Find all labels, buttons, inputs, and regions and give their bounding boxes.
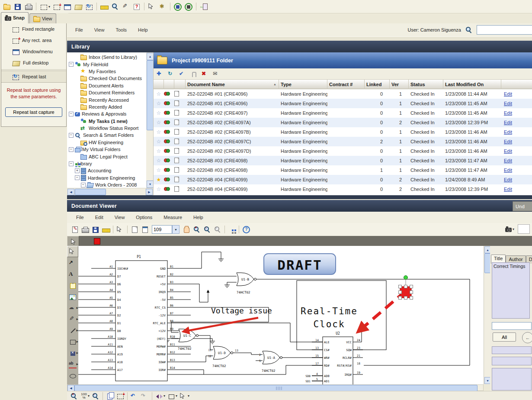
zoom-area-button[interactable]: + [192,224,202,235]
table-row[interactable]: ☆252-02204B #03 (CRE4098)Hardware Engine… [154,165,532,175]
capture-mode-window-menu[interactable]: Window/menu [1,46,66,57]
capture-mode-fixed-rect[interactable]: Fixed rectangle [1,23,66,35]
table-row[interactable]: ☆252-02204B #02 (CRE4097C)Hardware Engin… [154,137,532,146]
tree-item[interactable]: −Library [67,160,153,167]
favorite-star-icon[interactable]: ☆ [154,139,164,145]
viewer-canvas[interactable]: P1 A1IOCHK#A2D7A3D6A4D5A5D4A6D3A7D2A8D1A… [78,246,484,384]
tree-item[interactable]: −My FileHold [67,61,153,68]
favorite-star-icon[interactable]: ☆ [154,167,164,173]
tab-snap[interactable]: Snap [1,12,29,23]
page-setup-button[interactable] [140,224,150,235]
document-name[interactable]: 252-02204B #03 (CRE4098) [186,158,279,163]
col-linked[interactable]: Linked [365,80,390,89]
tree-item[interactable]: Recently Accessed [67,96,153,103]
tab-view[interactable]: View [29,13,56,23]
dropdown-caret-icon[interactable]: ▾ [88,394,90,398]
dropdown-caret-icon[interactable]: ▾ [48,5,50,9]
tree-vscrollbar[interactable]: ▲ ▼ [146,52,153,188]
marquee-button[interactable] [115,391,125,400]
rotate-handle[interactable] [404,276,408,280]
zoomin-button[interactable]: + [69,391,79,400]
metadata-box[interactable] [492,368,532,390]
copy-button[interactable] [105,391,115,400]
tool-pencil-button[interactable]: ▶ [67,313,78,325]
tree-item[interactable]: My Favorites [67,68,153,75]
menu-dv-view[interactable]: View [109,213,131,221]
annotation-list[interactable]: Correct Timings [492,262,530,319]
expander-icon[interactable]: − [69,133,74,138]
favorite-star-icon[interactable]: ☆ [154,158,164,164]
expander-icon[interactable]: − [81,183,86,187]
capture-mode-full-desktop[interactable]: Full desktop [1,57,66,68]
annotation-filter-input[interactable] [492,322,532,330]
dropdown-caret-icon[interactable]: ▾ [176,394,177,398]
tree-hscroll-thumb[interactable] [75,189,106,195]
tree-item[interactable]: −Work Orders - 2008 [67,181,153,188]
undo-button[interactable]: ↶ [129,391,140,400]
tree-item[interactable]: Recently Added [67,103,153,110]
tool-text-button[interactable]: A [67,268,78,280]
cursor-button[interactable] [115,224,125,235]
favorite-star-icon[interactable]: ☆ [154,100,164,106]
favorite-star-icon[interactable]: ☆ [154,110,164,116]
edit-link[interactable]: Edit [501,148,532,154]
zoom-percent-label[interactable]: 100 % [79,393,89,400]
disk-lock-button[interactable] [183,1,194,12]
tree-item[interactable]: HW Engineering [67,139,153,146]
cursor-button[interactable] [178,391,189,400]
expander-icon[interactable]: + [75,168,80,173]
col-document-name[interactable]: Document Name▲ [186,80,279,89]
exit-button[interactable] [199,1,209,12]
document-name[interactable]: 252-02204B #04 (CRE4099) [186,187,279,192]
tool-image-button[interactable] [67,291,78,302]
menu-dv-measure[interactable]: Measure [158,213,188,221]
document-name[interactable]: 252-02204B #04 (CRE4099) [186,177,279,182]
edit-link[interactable]: Edit [501,101,532,106]
tool-line-button[interactable]: ▶ [67,325,78,336]
cursor-capture-button[interactable] [147,1,157,12]
tree-item[interactable]: −Reviews & Approvals [67,110,153,117]
table-row[interactable]: ☆252-02204B #01 (CRE4096)Hardware Engine… [154,99,532,108]
table-row[interactable]: ☆252-02204B #01 (CRE4096)Hardware Engine… [154,89,532,99]
open-button[interactable] [2,1,12,12]
edit-link[interactable]: Edit [501,187,532,192]
voltage-issue-annotation[interactable]: Voltage issue [211,306,272,315]
combo-dropdown-icon[interactable]: ▼ [172,225,179,234]
tree-item[interactable]: −Hardware Engineering [67,174,153,181]
col-ver[interactable]: Ver [390,80,409,89]
scroll-down-icon[interactable]: ▼ [147,181,154,188]
ruler-button[interactable] [99,1,109,12]
document-name[interactable]: 252-02204B #01 (CRE4096) [186,101,279,106]
table-row[interactable]: ★252-02204B #04 (CRE4099)Hardware Engine… [154,175,532,184]
zoom-level-input[interactable] [152,225,172,234]
tool-stamp-button[interactable]: ▶ [67,347,78,358]
menu-dv-options[interactable]: Options [130,213,158,221]
col-last-modified[interactable]: Last Modified On [443,80,501,89]
any-rect-button[interactable] [51,1,62,12]
delete-button[interactable]: ✖ [200,69,211,79]
tool-chart-button[interactable]: ab▶ [67,358,78,370]
zoom-button[interactable] [110,1,120,12]
thumbs-button[interactable] [227,224,237,235]
document-name[interactable]: 252-02204B #01 (CRE4096) [186,91,279,97]
document-name[interactable]: 252-02204B #02 (CRE4097) [186,110,279,116]
tree-item[interactable]: My Tasks (1 new) [67,118,153,125]
edit-link[interactable]: Edit [501,168,532,173]
scroll-up-icon[interactable]: ▲ [147,53,154,60]
metadata-box[interactable] [492,357,532,365]
flip-button[interactable] [154,391,164,400]
document-name[interactable]: 252-02204B #02 (CRE4097A) [186,120,279,125]
tree-item[interactable]: +Accounting [67,167,153,174]
tree-vscroll-thumb[interactable] [147,60,154,130]
print-button[interactable] [80,224,90,235]
active-tool-button[interactable] [67,236,79,247]
menu-fh-help[interactable]: Help [132,26,154,34]
voltage-issue-arrow[interactable] [183,318,258,332]
favorite-star-icon[interactable]: ☆ [154,119,164,126]
menu-dv-edit[interactable]: Edit [90,213,109,221]
helpc-button[interactable] [241,224,251,235]
document-name[interactable]: 252-02204B #02 (CRE4097C) [186,139,279,144]
edit-link[interactable]: Edit [501,110,532,116]
print-button[interactable] [23,1,34,12]
annotation-list-item[interactable]: Correct Timings [494,264,526,269]
